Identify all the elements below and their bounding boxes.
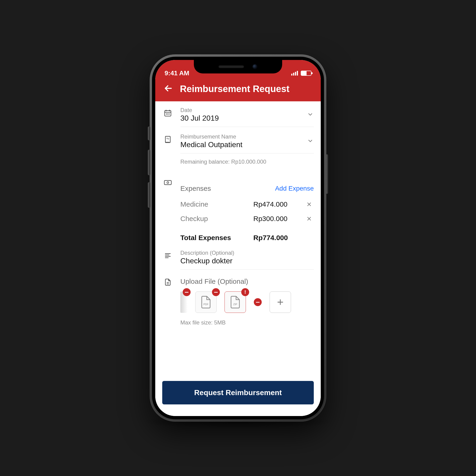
- expense-amount: Rp474.000: [253, 200, 305, 208]
- footer: Request Reimbursement: [155, 372, 321, 416]
- remove-file-button[interactable]: [212, 288, 220, 296]
- svg-point-2: [168, 114, 168, 114]
- description-label: Description (Optional): [180, 250, 314, 256]
- svg-text:ZIP: ZIP: [233, 303, 237, 306]
- upload-item[interactable]: [180, 291, 187, 313]
- remove-file-button[interactable]: [254, 298, 262, 306]
- file-icon: [162, 276, 173, 326]
- reimbursement-picker[interactable]: Reimbursement Name Medical Outpatient: [180, 133, 314, 153]
- expenses-title: Expenses: [180, 185, 211, 192]
- svg-text:PDF: PDF: [203, 303, 208, 306]
- description-value: Checkup dokter: [180, 256, 314, 265]
- file-size-note: Max file size: 5MB: [180, 316, 314, 326]
- upload-item[interactable]: PDF: [195, 291, 217, 313]
- upload-item-removable[interactable]: [254, 298, 262, 306]
- submit-button[interactable]: Request Reimbursement: [162, 381, 314, 404]
- back-button[interactable]: [163, 83, 173, 94]
- file-error-icon: [241, 288, 249, 296]
- device-notch: [194, 60, 282, 73]
- expense-name: Checkup: [180, 215, 253, 223]
- calendar-icon: [162, 107, 173, 128]
- volume-up: [148, 150, 150, 175]
- reimbursement-section: Rp Reimbursement Name Medical Outpatient: [162, 128, 314, 170]
- svg-rect-6: [164, 181, 171, 185]
- total-value: Rp774.000: [253, 234, 305, 242]
- upload-item[interactable]: ZIP: [224, 291, 246, 313]
- svg-point-7: [167, 182, 169, 184]
- svg-rect-0: [165, 111, 171, 116]
- add-file-button[interactable]: [270, 291, 291, 313]
- add-expense-button[interactable]: Add Expense: [275, 185, 314, 192]
- expense-row: Medicine Rp474.000: [180, 197, 314, 211]
- expense-name: Medicine: [180, 200, 253, 208]
- remove-expense-button[interactable]: [305, 215, 314, 222]
- remove-expense-button[interactable]: [305, 201, 314, 207]
- svg-point-1: [166, 114, 167, 114]
- chevron-down-icon: [307, 111, 314, 119]
- volume-down: [148, 182, 150, 208]
- svg-text:Rp: Rp: [166, 137, 169, 140]
- money-icon: [162, 176, 173, 244]
- svg-point-3: [169, 114, 170, 114]
- upload-section: Upload File (Optional) PDF: [162, 271, 314, 326]
- description-section: Description (Optional) Checkup dokter: [162, 244, 314, 271]
- power-button: [326, 154, 328, 194]
- total-row: Total Expenses Rp774.000: [180, 226, 314, 244]
- description-icon: [162, 250, 173, 271]
- page-title: Reimbursement Request: [180, 84, 289, 94]
- reimbursement-value: Medical Outpatient: [180, 140, 307, 149]
- reimbursement-label: Reimbursement Name: [180, 133, 307, 140]
- status-time: 9:41 AM: [165, 69, 189, 77]
- signal-icon: [291, 71, 298, 76]
- expenses-section: Expenses Add Expense Medicine Rp474.000 …: [162, 170, 314, 244]
- battery-icon: [301, 71, 311, 76]
- date-label: Date: [180, 107, 307, 113]
- mute-switch: [148, 126, 150, 140]
- date-section: Date 30 Jul 2019: [162, 101, 314, 128]
- receipt-icon: Rp: [162, 133, 173, 170]
- chevron-down-icon: [307, 137, 314, 145]
- phone-frame: 9:41 AM: [150, 54, 326, 422]
- expense-row: Checkup Rp300.000: [180, 211, 314, 226]
- description-field[interactable]: Description (Optional) Checkup dokter: [180, 250, 314, 270]
- remove-file-button[interactable]: [183, 288, 191, 296]
- expense-amount: Rp300.000: [253, 215, 305, 223]
- date-value: 30 Jul 2019: [180, 114, 307, 122]
- remaining-balance: Remaining balance: Rp10.000.000: [180, 154, 314, 170]
- total-label: Total Expenses: [180, 234, 253, 242]
- content-scroll[interactable]: Date 30 Jul 2019 Rp: [155, 101, 321, 372]
- date-picker[interactable]: Date 30 Jul 2019: [180, 107, 314, 127]
